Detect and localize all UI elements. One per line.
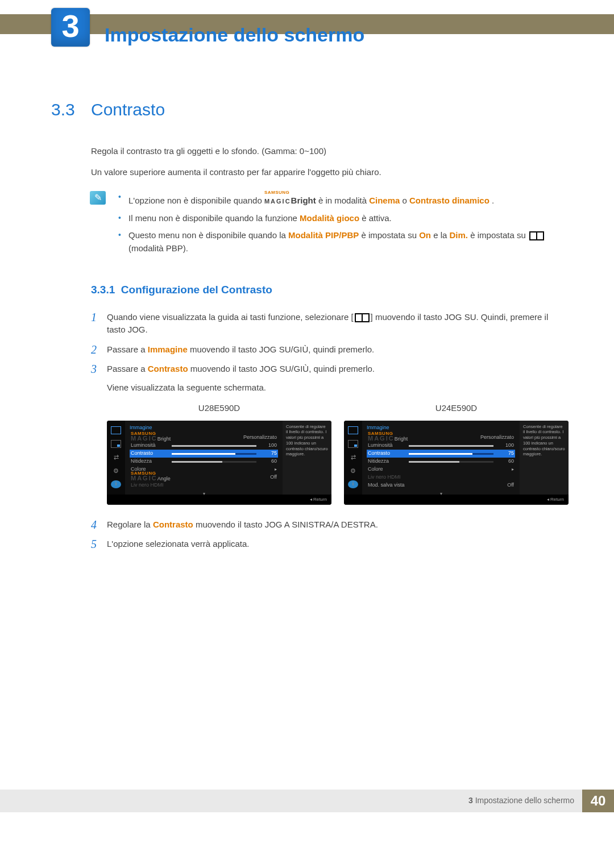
chapter-title: Impostazione dello schermo — [105, 20, 364, 49]
chapter-header: 3 Impostazione dello schermo — [0, 0, 614, 34]
section-number: 3.3 — [51, 97, 91, 122]
chapter-number-badge: 3 — [51, 8, 90, 47]
osd-nav-pip-icon — [111, 440, 121, 448]
paragraph: Un valore superiore aumenta il contrasto… — [91, 166, 569, 179]
osd-nav-info-icon — [348, 480, 358, 488]
osd-nav-settings-icon — [111, 467, 121, 475]
step-number: 5 — [91, 538, 107, 551]
osd-screenshot-right: Immagine SAMSUNGMAGICBright Personalizza… — [344, 421, 569, 505]
menu-guide-icon — [355, 313, 370, 322]
osd-nav-picture-icon — [111, 426, 121, 434]
subsection-heading: 3.3.1 Configurazione del Contrasto — [91, 282, 569, 298]
step-number: 3 — [91, 363, 107, 512]
osd-nav-info-icon — [111, 480, 121, 488]
step-number: 1 — [91, 311, 107, 337]
osd-model-label: U24E590D — [344, 402, 569, 415]
note-item: Il menu non è disponibile quando la funz… — [118, 212, 569, 225]
page-footer: 3 Impostazione dello schermo 40 — [0, 790, 614, 812]
osd-help-text: Consente di regolare il livello di contr… — [520, 421, 569, 495]
osd-menu-title: Immagine — [130, 424, 278, 432]
paragraph: Regola il contrasto tra gli oggetti e lo… — [91, 145, 569, 158]
samsung-magic-label: SAMSUNG MAGIC — [264, 191, 291, 207]
osd-nav-display-icon — [111, 453, 121, 461]
note-item: L'opzione non è disponibile quando SAMSU… — [118, 191, 569, 207]
osd-model-label: U28E590D — [107, 402, 331, 415]
osd-nav-picture-icon — [348, 426, 358, 434]
osd-screenshot-left: Immagine SAMSUNGMAGICBright Personalizza… — [107, 421, 331, 505]
osd-nav-pip-icon — [348, 440, 358, 448]
note-icon — [90, 191, 106, 205]
section-heading: 3.3 Contrasto — [91, 97, 569, 122]
steps-list: 1 Quando viene visualizzata la guida ai … — [91, 311, 569, 551]
osd-nav-settings-icon — [348, 467, 358, 475]
pbp-icon — [529, 231, 544, 240]
note-list: L'opzione non è disponibile quando SAMSU… — [118, 191, 569, 259]
page-number: 40 — [582, 790, 614, 812]
osd-menu-title: Immagine — [367, 424, 515, 432]
section-title: Contrasto — [91, 97, 165, 122]
step-number: 4 — [91, 518, 107, 531]
osd-help-text: Consente di regolare il livello di contr… — [283, 421, 331, 495]
note-item: Questo menu non è disponibile quando la … — [118, 229, 569, 255]
step-number: 2 — [91, 343, 107, 356]
osd-nav-display-icon — [348, 453, 358, 461]
step-note: Viene visualizzata la seguente schermata… — [107, 381, 569, 394]
